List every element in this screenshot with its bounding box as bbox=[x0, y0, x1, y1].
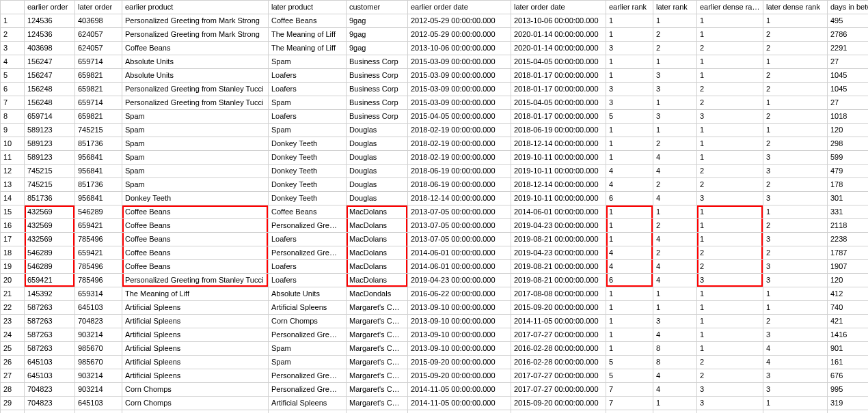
cell[interactable]: 1 bbox=[606, 233, 653, 246]
cell[interactable]: 1 bbox=[697, 315, 763, 328]
cell[interactable]: Personalized Greeting from Stanley Tucci bbox=[122, 83, 269, 96]
cell[interactable]: 301 bbox=[828, 192, 869, 205]
cell[interactable]: 2014-06-01 00:00:00.000 bbox=[408, 260, 511, 274]
cell[interactable]: 331 bbox=[828, 205, 869, 219]
cell[interactable]: MacDolans bbox=[347, 246, 408, 260]
cell[interactable]: 7 bbox=[606, 397, 653, 410]
cell[interactable]: 298 bbox=[828, 137, 869, 151]
cell[interactable]: 9gag bbox=[347, 28, 408, 42]
table-row[interactable]: 27645103903214Artificial SpleensPersonal… bbox=[1, 369, 869, 383]
cell[interactable]: Margaret's C… bbox=[347, 328, 408, 342]
cell[interactable]: 421 bbox=[828, 315, 869, 328]
cell[interactable]: 4 bbox=[653, 369, 697, 383]
cell[interactable]: 1 bbox=[697, 233, 763, 246]
cell[interactable]: 156247 bbox=[25, 55, 75, 69]
cell[interactable]: 1 bbox=[653, 124, 697, 137]
table-row[interactable]: 28704823903214Corn ChompsPersonalized Gr… bbox=[1, 383, 869, 397]
cell[interactable]: 1 bbox=[697, 219, 763, 233]
cell[interactable]: 2013-09-10 00:00:00.000 bbox=[408, 328, 511, 342]
results-grid[interactable]: earlier order later order earlier produc… bbox=[0, 0, 868, 413]
cell[interactable]: Business Corp bbox=[347, 83, 408, 96]
cell[interactable]: Absolute Units bbox=[122, 69, 269, 83]
cell[interactable]: 2238 bbox=[828, 233, 869, 246]
cell[interactable]: 3 bbox=[697, 274, 763, 287]
cell[interactable]: 4 bbox=[653, 260, 697, 274]
cell[interactable]: 432569 bbox=[25, 219, 75, 233]
col-earlier-rank[interactable]: earlier rank bbox=[606, 1, 653, 14]
cell[interactable]: Artificial Spleens bbox=[269, 397, 347, 410]
cell[interactable]: 124536 bbox=[25, 28, 75, 42]
cell[interactable]: 2013-07-05 00:00:00.000 bbox=[408, 233, 511, 246]
cell[interactable]: 645103 bbox=[25, 369, 75, 383]
cell[interactable]: 178 bbox=[828, 178, 869, 192]
cell[interactable]: 956841 bbox=[75, 192, 122, 205]
cell[interactable]: 589123 bbox=[25, 124, 75, 137]
cell[interactable]: 2 bbox=[697, 165, 763, 178]
cell[interactable]: 2018-01-17 00:00:00.000 bbox=[511, 110, 606, 124]
cell[interactable]: 124536 bbox=[25, 14, 75, 28]
cell[interactable]: 546289 bbox=[25, 246, 75, 260]
col-earlier-product[interactable]: earlier product bbox=[122, 1, 269, 14]
cell[interactable]: 745215 bbox=[25, 178, 75, 192]
cell[interactable]: 903214 bbox=[75, 328, 122, 342]
cell[interactable]: Artificial Spleens bbox=[269, 301, 347, 315]
col-later-order[interactable]: later order bbox=[75, 1, 122, 14]
table-row[interactable]: 4156247659714Absolute UnitsSpamBusiness … bbox=[1, 55, 869, 69]
table-row[interactable]: 14851736956841Donkey TeethDonkey TeethDo… bbox=[1, 192, 869, 205]
cell[interactable]: The Meaning of Liff bbox=[122, 287, 269, 301]
cell[interactable]: Spam bbox=[122, 165, 269, 178]
cell[interactable]: 903214 bbox=[75, 383, 122, 397]
cell[interactable]: Loafers bbox=[269, 274, 347, 287]
cell[interactable]: Coffee Beans bbox=[269, 205, 347, 219]
cell[interactable]: Spam bbox=[122, 110, 269, 124]
cell[interactable]: 587263 bbox=[25, 328, 75, 342]
cell[interactable]: Artificial Spleens bbox=[122, 342, 269, 356]
cell[interactable]: 3 bbox=[697, 110, 763, 124]
table-row[interactable]: 22587263645103Artificial SpleensArtifici… bbox=[1, 301, 869, 315]
cell[interactable]: Spam bbox=[269, 55, 347, 69]
cell[interactable]: MacDolans bbox=[347, 260, 408, 274]
cell[interactable]: 659421 bbox=[75, 246, 122, 260]
cell[interactable]: 8 bbox=[653, 356, 697, 369]
cell[interactable]: Artificial Spleens bbox=[122, 328, 269, 342]
cell[interactable]: Spam bbox=[122, 124, 269, 137]
cell[interactable]: 2016-02-28 00:00:00.000 bbox=[511, 410, 606, 414]
cell[interactable]: 2 bbox=[763, 315, 828, 328]
cell[interactable]: 2020-01-14 00:00:00.000 bbox=[511, 42, 606, 55]
cell[interactable]: 4 bbox=[763, 410, 828, 414]
cell[interactable]: Artificial Spleens bbox=[122, 315, 269, 328]
cell[interactable]: Business Corp bbox=[347, 55, 408, 69]
cell[interactable]: 1 bbox=[606, 205, 653, 219]
table-row[interactable]: 5156247659821Absolute UnitsLoafersBusine… bbox=[1, 69, 869, 83]
cell[interactable]: Absolute Units bbox=[122, 55, 269, 69]
cell[interactable]: 2015-04-05 00:00:00.000 bbox=[511, 96, 606, 110]
cell[interactable]: 5 bbox=[606, 356, 653, 369]
cell[interactable]: 2016-02-28 00:00:00.000 bbox=[511, 356, 606, 369]
cell[interactable]: 2015-03-09 00:00:00.000 bbox=[408, 83, 511, 96]
cell[interactable]: 2014-11-05 00:00:00.000 bbox=[511, 315, 606, 328]
cell[interactable]: 2013-09-10 00:00:00.000 bbox=[408, 301, 511, 315]
cell[interactable]: 432569 bbox=[25, 205, 75, 219]
cell[interactable]: 7 bbox=[606, 383, 653, 397]
cell[interactable]: 2019-10-11 00:00:00.000 bbox=[511, 192, 606, 205]
cell[interactable]: 3 bbox=[653, 110, 697, 124]
table-row[interactable]: 6156248659821Personalized Greeting from … bbox=[1, 83, 869, 96]
cell[interactable]: Spam bbox=[269, 124, 347, 137]
col-days-between[interactable]: days in between bbox=[828, 1, 869, 14]
cell[interactable]: 1 bbox=[653, 205, 697, 219]
cell[interactable]: 2 bbox=[653, 178, 697, 192]
cell[interactable]: Artificial Spleens bbox=[122, 301, 269, 315]
cell[interactable]: Douglas bbox=[347, 137, 408, 151]
cell[interactable]: Coffee Beans bbox=[122, 205, 269, 219]
cell[interactable]: Loafers bbox=[269, 260, 347, 274]
cell[interactable]: 3 bbox=[606, 83, 653, 96]
col-customer[interactable]: customer bbox=[347, 1, 408, 14]
cell[interactable]: 851736 bbox=[75, 137, 122, 151]
cell[interactable]: 985670 bbox=[75, 342, 122, 356]
cell[interactable]: 9gag bbox=[347, 14, 408, 28]
cell[interactable]: Donkey Teeth bbox=[269, 192, 347, 205]
cell[interactable]: 659421 bbox=[75, 219, 122, 233]
cell[interactable]: 956841 bbox=[75, 151, 122, 165]
cell[interactable]: Margaret's C… bbox=[347, 315, 408, 328]
cell[interactable]: 624057 bbox=[75, 28, 122, 42]
